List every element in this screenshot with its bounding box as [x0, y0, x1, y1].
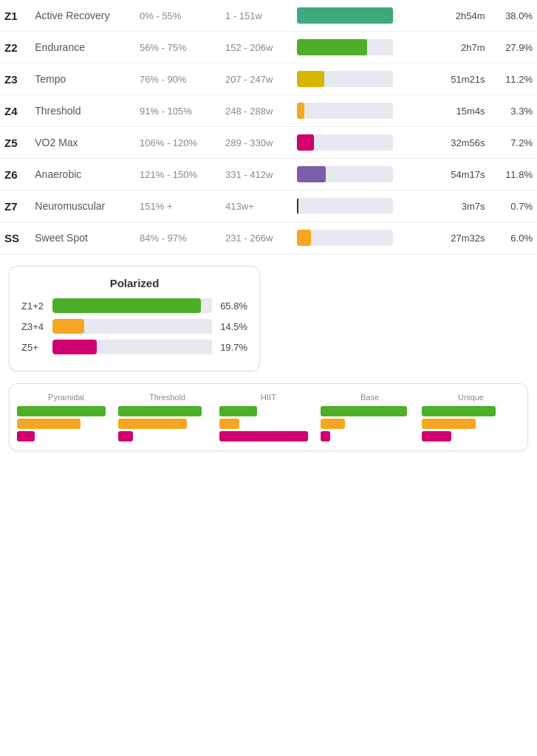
zone-watts-range: 289 - 330w	[221, 127, 293, 159]
zone-pct-range: 56% - 75%	[135, 32, 221, 63]
zone-watts-range: 331 - 412w	[221, 159, 293, 190]
zone-bar-container	[293, 190, 428, 222]
zone-time: 27m32s	[428, 222, 490, 254]
zone-bar-fill	[297, 198, 299, 214]
polarized-card: Polarized Z1+2 65.8% Z3+4 14.5% Z5+ 19.7…	[9, 266, 260, 371]
comparison-bar	[321, 406, 407, 416]
zone-bar-bg	[297, 103, 393, 119]
zone-id: Z3	[0, 63, 30, 95]
pol-pct: 65.8%	[219, 300, 247, 312]
zone-bar-bg	[297, 71, 393, 87]
comparison-bar	[118, 419, 187, 429]
pol-label: Z1+2	[21, 300, 52, 312]
zone-percent: 0.7%	[490, 190, 537, 222]
comparison-bars	[219, 406, 318, 441]
zone-row: SS Sweet Spot 84% - 97% 231 - 266w 27m32…	[0, 222, 537, 254]
zone-row: Z1 Active Recovery 0% - 55% 1 - 151w 2h5…	[0, 0, 537, 32]
zone-bar-container	[293, 0, 428, 32]
polarized-row: Z1+2 65.8%	[21, 298, 247, 313]
zone-bar-bg	[297, 39, 393, 55]
zone-id: Z4	[0, 95, 30, 127]
zone-time: 54m17s	[428, 159, 490, 190]
zone-time: 51m21s	[428, 63, 490, 95]
comparison-bars	[321, 406, 419, 441]
zone-watts-range: 248 - 288w	[221, 95, 293, 127]
polarized-row: Z5+ 19.7%	[21, 340, 247, 354]
zone-watts-range: 207 - 247w	[221, 63, 293, 95]
pol-bar-bg	[52, 298, 212, 313]
zone-id: Z5	[0, 127, 30, 159]
zone-bar-container	[293, 222, 428, 254]
comparison-column: Threshold	[118, 393, 216, 441]
zone-time: 32m56s	[428, 127, 490, 159]
pol-bar-fill	[52, 298, 201, 313]
zone-bar-fill	[297, 71, 325, 87]
comparison-bar	[422, 419, 476, 429]
zone-name: Neuromuscular	[30, 190, 135, 222]
zone-bar-bg	[297, 166, 393, 182]
zone-percent: 11.8%	[490, 159, 537, 190]
pol-label: Z5+	[21, 342, 52, 353]
zone-name: Active Recovery	[30, 0, 135, 32]
zone-name: Endurance	[30, 32, 135, 63]
comparison-bar	[422, 406, 496, 416]
comparison-column: Pyramidal	[17, 393, 115, 441]
zone-bar-fill	[297, 230, 312, 246]
zone-percent: 6.0%	[490, 222, 537, 254]
zone-watts-range: 413w+	[221, 190, 293, 222]
zone-percent: 11.2%	[490, 63, 537, 95]
zone-id: SS	[0, 222, 30, 254]
zone-name: Threshold	[30, 95, 135, 127]
pol-bar-bg	[52, 340, 212, 354]
zone-bar-container	[293, 32, 428, 63]
zone-row: Z2 Endurance 56% - 75% 152 - 206w 2h7m 2…	[0, 32, 537, 63]
comparison-bar	[118, 406, 202, 416]
zone-id: Z6	[0, 159, 30, 190]
comparison-bar	[17, 419, 81, 429]
zone-row: Z7 Neuromuscular 151% + 413w+ 3m7s 0.7%	[0, 190, 537, 222]
pol-bar-bg	[52, 319, 212, 334]
comparison-bar	[219, 431, 308, 441]
zone-percent: 3.3%	[490, 95, 537, 127]
zone-row: Z3 Tempo 76% - 90% 207 - 247w 51m21s 11.…	[0, 63, 537, 95]
zone-watts-range: 152 - 206w	[221, 32, 293, 63]
zone-bar-container	[293, 95, 428, 127]
comparison-bar	[321, 419, 345, 429]
zone-bar-fill	[297, 103, 304, 119]
zone-row: Z5 VO2 Max 106% - 120% 289 - 330w 32m56s…	[0, 127, 537, 159]
zone-percent: 27.9%	[490, 32, 537, 63]
comparison-bar	[17, 406, 106, 416]
pol-pct: 19.7%	[219, 342, 247, 353]
zone-bar-fill	[297, 39, 367, 55]
pol-pct: 14.5%	[219, 321, 247, 332]
zone-watts-range: 231 - 266w	[221, 222, 293, 254]
zone-bar-bg	[297, 230, 393, 246]
zone-pct-range: 151% +	[135, 190, 221, 222]
pol-bar-fill	[52, 340, 97, 354]
comparison-bar	[422, 431, 451, 441]
zone-percent: 7.2%	[490, 127, 537, 159]
zone-bar-container	[293, 63, 428, 95]
zone-id: Z1	[0, 0, 30, 32]
zone-name: VO2 Max	[30, 127, 135, 159]
comparison-bars	[422, 406, 520, 441]
polarized-row: Z3+4 14.5%	[21, 319, 247, 334]
zone-row: Z6 Anaerobic 121% - 150% 331 - 412w 54m1…	[0, 159, 537, 190]
comparison-col-label: Base	[360, 393, 379, 402]
comparison-col-label: Pyramidal	[48, 393, 84, 402]
zone-bar-bg	[297, 198, 393, 214]
zone-name: Sweet Spot	[30, 222, 135, 254]
zone-bar-container	[293, 159, 428, 190]
zone-bar-bg	[297, 134, 393, 151]
comparison-bar	[118, 431, 133, 441]
comparison-col-label: Unique	[458, 393, 484, 402]
zone-id: Z2	[0, 32, 30, 63]
zone-bar-fill	[297, 166, 326, 182]
pol-label: Z3+4	[21, 321, 52, 332]
zone-bar-bg	[297, 7, 393, 24]
comparison-card: PyramidalThresholdHIITBaseUnique	[9, 383, 528, 451]
pol-bar-fill	[52, 319, 84, 334]
zone-pct-range: 84% - 97%	[135, 222, 221, 254]
comparison-column: Unique	[422, 393, 520, 441]
zone-pct-range: 91% - 105%	[135, 95, 221, 127]
